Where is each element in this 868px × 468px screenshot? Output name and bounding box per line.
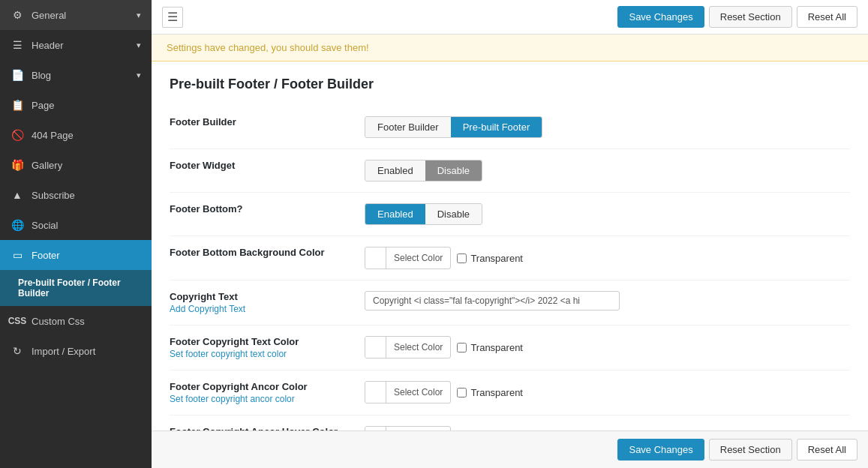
footer-bottom-toggle-group: Enabled Disable [365,203,482,225]
footer-copyright-anchor-transparent-text: Transparent [470,387,523,398]
setting-control-copyright-text [365,291,850,310]
sidebar-item-social[interactable]: 🌐 Social [0,210,152,240]
setting-row-footer-builder: Footer Builder Footer Builder Pre-built … [170,106,850,149]
sidebar-item-page[interactable]: 📋 Page [0,90,152,120]
notice-text: Settings have changed, you should save t… [167,42,369,53]
setting-control-footer-bottom-bg-color: Select Color Transparent [365,247,850,269]
setting-row-footer-copyright-anchor-hover-color: Footer Copyright Ancor Hover Color Set f… [170,416,850,430]
subscribe-icon: ▲ [11,188,24,202]
copyright-text-input[interactable] [365,291,620,310]
blog-icon: 📄 [11,68,24,82]
footer-copyright-anchor-color-picker[interactable]: Select Color [365,381,451,404]
sidebar-item-subscribe[interactable]: ▲ Subscribe [0,180,152,210]
setting-row-footer-copyright-text-color: Footer Copyright Text Color Set footer c… [170,326,850,370]
sidebar-label-footer: Footer [32,250,60,261]
footer-bottom-bg-color-picker[interactable]: Select Color [365,247,451,269]
sidebar-label-gallery: Gallery [32,160,62,171]
footer-copyright-text-transparent-label: Transparent [457,342,523,353]
footer-builder-option-prebuilt-footer[interactable]: Pre-built Footer [451,117,542,137]
sidebar-subitem-prebuilt-footer[interactable]: Pre-built Footer / Footer Builder [0,270,152,306]
page-icon: 📋 [11,98,24,112]
page-title: Pre-built Footer / Footer Builder [170,76,850,92]
setting-sublabel-footer-copyright-anchor-color: Set footer copyright ancor color [170,394,350,404]
sidebar-label-page: Page [32,100,54,111]
footer-widget-option-disable[interactable]: Disable [425,160,482,181]
footer-copyright-text-color-label: Select Color [386,342,450,352]
setting-label-col-footer-copyright-anchor-color: Footer Copyright Ancor Color Set footer … [170,381,365,404]
sidebar-label-import-export: Import / Export [32,346,95,357]
footer-bottom-option-disable[interactable]: Disable [425,204,482,224]
setting-label-footer-copyright-anchor-color: Footer Copyright Ancor Color [170,381,350,392]
footer-widget-option-enabled[interactable]: Enabled [365,160,425,181]
top-bar-left: ☰ [162,7,183,28]
setting-label-col-footer-copyright-text-color: Footer Copyright Text Color Set footer c… [170,336,365,359]
footer-copyright-text-color-picker[interactable]: Select Color [365,336,451,358]
setting-sublabel-footer-copyright-text-color: Set footer copyright text color [170,349,350,359]
hamburger-button[interactable]: ☰ [162,7,183,28]
sidebar-item-footer[interactable]: ▭ Footer [0,240,152,270]
save-changes-button-bottom[interactable]: Save Changes [617,439,704,460]
general-icon: ⚙ [11,8,24,22]
setting-row-footer-bottom: Footer Bottom? Enabled Disable [170,193,850,236]
bottom-bar: Save Changes Reset Section Reset All [152,430,868,468]
reset-all-button-bottom[interactable]: Reset All [797,439,857,460]
footer-icon: ▭ [11,248,24,262]
sidebar-label-social: Social [32,220,58,231]
setting-label-footer-bottom-bg-color: Footer Bottom Background Color [170,247,350,258]
header-icon: ☰ [11,38,24,52]
save-changes-button-top[interactable]: Save Changes [617,6,704,28]
setting-row-footer-copyright-anchor-color: Footer Copyright Ancor Color Set footer … [170,370,850,416]
sidebar-item-custom-css[interactable]: CSS Custom Css [0,306,152,336]
footer-copyright-anchor-transparent-label: Transparent [457,387,523,398]
setting-row-footer-widget: Footer Widget Enabled Disable [170,149,850,193]
reset-section-button-bottom[interactable]: Reset Section [709,439,792,460]
footer-builder-option-footer-builder[interactable]: Footer Builder [365,117,451,137]
custom-css-icon: CSS [11,314,24,328]
setting-label-col-footer-builder: Footer Builder [170,116,365,128]
sidebar-item-import-export[interactable]: ↻ Import / Export [0,336,152,366]
footer-bottom-bg-transparent-checkbox[interactable] [457,254,467,263]
import-export-icon: ↻ [11,344,24,358]
setting-row-copyright-text: Copyright Text Add Copyright Text [170,280,850,326]
footer-copyright-anchor-color-swatch [365,382,386,403]
reset-section-button-top[interactable]: Reset Section [709,6,792,28]
footer-copyright-text-transparent-text: Transparent [470,342,523,353]
setting-label-col-footer-bottom-bg-color: Footer Bottom Background Color [170,247,365,258]
setting-label-footer-bottom: Footer Bottom? [170,203,350,214]
setting-label-col-footer-widget: Footer Widget [170,160,365,171]
footer-copyright-anchor-transparent-checkbox[interactable] [457,388,467,398]
setting-control-footer-builder: Footer Builder Pre-built Footer [365,116,850,138]
sidebar-label-blog: Blog [32,70,51,81]
sidebar-item-blog[interactable]: 📄 Blog ▾ [0,60,152,90]
setting-label-footer-widget: Footer Widget [170,160,350,171]
sidebar-item-404page[interactable]: 🚫 404 Page [0,120,152,150]
sidebar-item-gallery[interactable]: 🎁 Gallery [0,150,152,180]
sidebar-label-general: General [32,10,66,21]
sidebar-item-header[interactable]: ☰ Header ▾ [0,30,152,60]
sidebar-label-404page: 404 Page [32,130,74,141]
setting-label-col-copyright-text: Copyright Text Add Copyright Text [170,291,365,314]
setting-sublabel-copyright-text: Add Copyright Text [170,304,350,314]
setting-label-footer-builder: Footer Builder [170,116,350,128]
setting-control-footer-bottom: Enabled Disable [365,203,850,225]
chevron-down-icon: ▾ [137,40,141,50]
setting-label-col-footer-bottom: Footer Bottom? [170,203,365,214]
footer-copyright-text-transparent-checkbox[interactable] [457,343,467,352]
setting-control-footer-copyright-anchor-color: Select Color Transparent [365,381,850,404]
chevron-down-icon: ▾ [137,10,141,20]
footer-copyright-text-color-swatch [365,337,386,358]
setting-control-footer-widget: Enabled Disable [365,160,850,182]
footer-bottom-option-enabled[interactable]: Enabled [365,204,425,224]
404-icon: 🚫 [11,128,24,142]
footer-bottom-bg-transparent-label: Transparent [457,253,523,264]
sidebar: ⚙ General ▾ ☰ Header ▾ 📄 Blog ▾ 📋 Page 🚫… [0,0,152,468]
content-area: Pre-built Footer / Footer Builder Footer… [152,62,868,430]
setting-control-footer-copyright-text-color: Select Color Transparent [365,336,850,358]
footer-bottom-bg-transparent-text: Transparent [470,253,523,264]
footer-widget-toggle-group: Enabled Disable [365,160,482,182]
reset-all-button-top[interactable]: Reset All [797,6,857,28]
hamburger-icon: ☰ [167,10,178,24]
sidebar-item-general[interactable]: ⚙ General ▾ [0,0,152,30]
setting-row-footer-bottom-bg-color: Footer Bottom Background Color Select Co… [170,236,850,280]
sidebar-label-subscribe: Subscribe [32,190,75,201]
